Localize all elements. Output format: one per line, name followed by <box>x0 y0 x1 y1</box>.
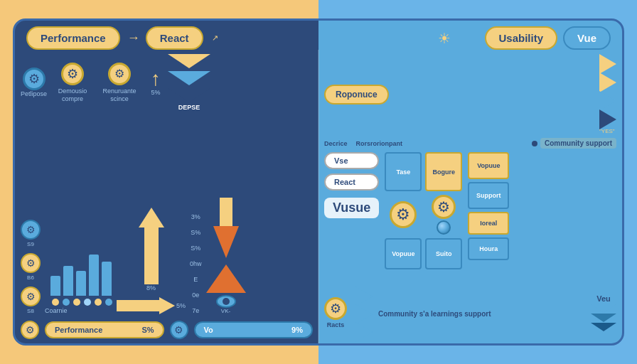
tab-usability-label: Usability <box>499 32 544 44</box>
right-chevrons: "YES" <box>599 54 616 134</box>
up-arrow-icon: ↑ <box>151 69 161 89</box>
vusue-large[interactable]: Vusue <box>324 198 379 218</box>
veu-chev-3 <box>591 323 616 331</box>
perf-pct: S% <box>141 326 154 334</box>
tab-performance-label: Performance <box>41 32 106 44</box>
vse-btn[interactable]: Vse <box>324 152 379 169</box>
bar-col-3 <box>76 271 86 296</box>
bar-col-5 <box>102 262 112 296</box>
ado-pct: 9% <box>291 326 303 334</box>
decrice-row: Decrice Rorsrorionpant Community support <box>324 138 616 149</box>
tab-performance[interactable]: Performance <box>26 26 120 50</box>
arrow-head-up <box>139 208 164 228</box>
label-b6: B6 <box>27 274 34 281</box>
dot-1 <box>52 299 59 306</box>
bar-5 <box>102 262 112 296</box>
houra-label: Houra <box>479 245 498 252</box>
mountain-group: VK- <box>206 191 246 314</box>
tab-usability[interactable]: Usability <box>485 26 558 50</box>
arrow-right-group: 5% <box>117 297 186 314</box>
chevron-r-1 <box>599 54 616 74</box>
bar-1 <box>50 276 60 296</box>
veu-group: Veu <box>591 294 616 331</box>
cylinder-ioreal: Ioreal <box>468 212 509 235</box>
roponuce-label: Roponuce <box>336 90 378 100</box>
rorsrorionpant-text: Rorsrorionpant <box>356 140 403 147</box>
community-label: Community support <box>540 138 616 149</box>
bar-4 <box>89 255 99 296</box>
vue-text: Vusue <box>333 200 370 215</box>
vk-label: VK- <box>221 308 230 314</box>
orb-icon-1: ⚙ <box>23 68 46 90</box>
orb-bottom: ⚙ <box>170 321 188 339</box>
label-petlipose: Petlipose <box>21 90 47 98</box>
pct-7e: 7e <box>192 307 199 314</box>
arrow-head-right <box>159 297 175 314</box>
veu-chev-2 <box>591 314 616 322</box>
gear-sm-3: ⚙ <box>21 287 41 306</box>
support-label: Support <box>476 192 501 199</box>
tab-react-label: React <box>160 32 189 44</box>
ado-bar[interactable]: Vo 9% <box>194 321 314 338</box>
tab-react[interactable]: React <box>146 26 203 50</box>
gear-icon-3: ⚙ <box>108 63 131 85</box>
pct-0e: 0e <box>192 291 199 299</box>
bottom-right-row: ⚙ Racts Community s'a learnings support … <box>324 287 616 339</box>
decrice-text: Decrice <box>324 140 348 147</box>
sun-icon: ☀ <box>438 30 451 47</box>
middle-area: Vse React Vusue Tase Bogu <box>324 152 616 283</box>
arrow-shaft-up <box>144 228 159 284</box>
cylinder-vopuue: Vopuue <box>385 238 422 269</box>
tab-vue[interactable]: Vue <box>563 26 611 50</box>
eye-icon <box>216 295 236 308</box>
orb-sm-1: ⚙ <box>21 220 41 240</box>
label-s9: S9 <box>27 241 34 247</box>
gear-grid-2: ⚙ <box>425 195 462 235</box>
bottom-community: Community s'a learnings support <box>378 306 585 319</box>
coarnie-label: Coarnie <box>45 307 112 314</box>
content-area: ⚙ Petlipose ⚙ Demousio compre ⚙ Renuruan… <box>15 50 622 343</box>
tase-label: Tase <box>396 168 410 176</box>
main-container: Performance → React ↗ ☀ Usability Vue ⚙ … <box>13 18 624 346</box>
dot-4 <box>84 299 91 306</box>
pct-0hw: 0hw <box>190 260 202 267</box>
shaft-down <box>220 198 232 226</box>
dots-row <box>52 299 112 306</box>
performance-bar[interactable]: Performance S% <box>45 321 164 338</box>
orb-grid <box>437 220 451 235</box>
pct-col: 3% S% S% 0hw E 0e 7e <box>190 213 202 314</box>
gear-icon-2: ⚙ <box>61 63 84 85</box>
icon-group-2: ⚙ Demousio compre <box>51 63 94 103</box>
right-panel: Roponuce "YES" Decrice Rorsrorionpant <box>318 50 622 343</box>
bchev-2 <box>355 304 373 324</box>
gear-mid-1: ⚙ <box>390 201 417 228</box>
chevron-gold <box>168 54 210 68</box>
gear-sm-2: ⚙ <box>21 253 41 273</box>
bchev-1 <box>355 287 373 306</box>
gear-bottom: ⚙ <box>21 321 39 339</box>
cylinder-houra: Houra <box>468 237 509 260</box>
roponuce-btn[interactable]: Roponuce <box>324 85 389 105</box>
pct-s: S% <box>191 229 200 236</box>
react-btn[interactable]: React <box>324 173 379 191</box>
eye-pupil <box>223 298 230 305</box>
vopuue-label: Vopuue <box>392 250 414 257</box>
cylinder-tase: Tase <box>385 152 422 191</box>
community-row: Community support <box>532 138 616 149</box>
label-s8: S8 <box>27 308 34 314</box>
pct-e: E <box>193 276 198 283</box>
bar-3 <box>76 271 86 296</box>
pct-8: 8% <box>146 284 156 291</box>
arrow-shaft <box>117 300 159 311</box>
icon-row-1: ⚙ S9 <box>21 220 41 247</box>
tri-shape <box>206 264 246 293</box>
bar-chart: Coarnie <box>45 232 112 314</box>
icon-group-1: ⚙ Petlipose <box>21 68 47 98</box>
arrow-icon: → <box>127 31 140 46</box>
label-demousio: Demousio compre <box>51 87 94 103</box>
icon-row-2: ⚙ B6 <box>21 253 41 281</box>
left-panel: ⚙ Petlipose ⚙ Demousio compre ⚙ Renuruan… <box>15 50 318 343</box>
right-col-boxes: Vopuue Support Ioreal Houra <box>468 152 509 260</box>
bogure-label: Bogure <box>433 168 456 176</box>
bottom-bar-row: ⚙ Performance S% ⚙ Vo 9% <box>21 321 313 339</box>
